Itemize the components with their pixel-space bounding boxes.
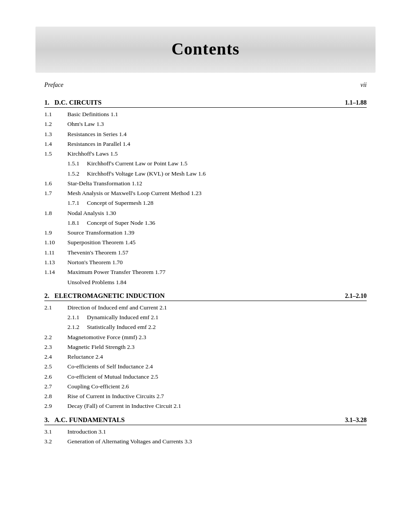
item-text: Thevenin's Theorem 1.57 xyxy=(67,248,367,258)
item-text: Magnetomotive Force (mmf) 2.3 xyxy=(67,332,367,342)
chapter-2-num: 2. xyxy=(44,292,53,299)
list-item: 1.1 Basic Definitions 1.1 xyxy=(44,110,367,119)
item-num: 1.7 xyxy=(44,188,67,198)
chapter-1-num: 1. xyxy=(44,99,53,106)
header-banner: Contents xyxy=(35,27,376,73)
item-text: Direction of Induced emf and Current 2.1 xyxy=(67,303,367,313)
list-item: 2.4 Reluctance 2.4 xyxy=(44,352,367,362)
list-item: 2.9 Decay (Fall) of Current in Inductive… xyxy=(44,401,367,411)
chapter-3-title-group: 3. A.C. FUNDAMENTALS xyxy=(44,416,125,424)
list-item: 1.10 Superposition Theorem 1.45 xyxy=(44,238,367,247)
item-text: Superposition Theorem 1.45 xyxy=(67,238,367,247)
chapter-2-header: 2. ELECTROMAGNETIC INDUCTION 2.1–2.10 xyxy=(44,292,367,301)
list-item: 2.5 Co-efficients of Self Inductance 2.4 xyxy=(44,362,367,372)
item-num: 1.6 xyxy=(44,179,67,188)
item-num: 1.5 xyxy=(44,149,67,159)
item-num: 1.8 xyxy=(44,208,67,218)
item-num: 1.13 xyxy=(44,258,67,267)
item-text: Decay (Fall) of Current in Inductive Cir… xyxy=(67,401,367,411)
item-num: 2.1 xyxy=(44,303,67,313)
list-item: 1.7.1 Concept of Supermesh 1.28 xyxy=(44,198,367,208)
item-text: Generation of Alternating Voltages and C… xyxy=(67,437,367,446)
chapter-1-title: D.C. CIRCUITS xyxy=(55,99,102,106)
list-item: 1.5.2 Kirchhoff's Voltage Law (KVL) or M… xyxy=(44,169,367,179)
chapter-3-num: 3. xyxy=(44,416,53,423)
list-item: 1.7 Mesh Analysis or Maxwell's Loop Curr… xyxy=(44,188,367,198)
item-text: Source Transformation 1.39 xyxy=(67,228,367,238)
item-num: 1.2 xyxy=(44,119,67,129)
list-item: 1.5 Kirchhoff's Laws 1.5 xyxy=(44,149,367,159)
chapter-1-range: 1.1–1.88 xyxy=(345,99,367,106)
item-num: 3.1 xyxy=(44,427,67,437)
list-item: 1.14 Maximum Power Transfer Theorem 1.77 xyxy=(44,267,367,277)
item-num: 2.9 xyxy=(44,401,67,411)
item-num: 1.4 xyxy=(44,139,67,149)
list-item: 1.5.1 Kirchhoff's Current Law or Point L… xyxy=(44,159,367,168)
item-num: 2.3 xyxy=(44,342,67,352)
item-text: Resistances in Parallel 1.4 xyxy=(67,139,367,149)
preface-line: Preface vii xyxy=(44,82,367,89)
item-text: Mesh Analysis or Maxwell's Loop Current … xyxy=(67,188,367,198)
item-text: Co-efficient of Mutual Inductance 2.5 xyxy=(67,372,367,382)
item-num: 2.2 xyxy=(44,332,67,342)
item-text: Kirchhoff's Current Law or Point Law 1.5 xyxy=(87,159,367,168)
item-text: Basic Definitions 1.1 xyxy=(67,110,367,119)
item-num: 2.8 xyxy=(44,391,67,401)
item-text: Kirchhoff's Laws 1.5 xyxy=(67,149,367,159)
item-num: 1.5.2 xyxy=(67,169,87,179)
item-text: Norton's Theorem 1.70 xyxy=(67,258,367,267)
list-item: 1.2 Ohm's Law 1.3 xyxy=(44,119,367,129)
list-item: Unsolved Problems 1.84 xyxy=(44,278,367,287)
list-item: 2.8 Rise of Current in Inductive Circuit… xyxy=(44,391,367,401)
chapter-3-section: 3. A.C. FUNDAMENTALS 3.1–3.28 3.1 Introd… xyxy=(44,416,367,447)
item-num: 1.7.1 xyxy=(67,198,87,208)
item-text: Concept of Supermesh 1.28 xyxy=(87,198,367,208)
chapter-3-header: 3. A.C. FUNDAMENTALS 3.1–3.28 xyxy=(44,416,367,425)
page: Contents Preface vii 1. D.C. CIRCUITS 1.… xyxy=(0,27,411,532)
list-item: 3.1 Introduction 3.1 xyxy=(44,427,367,437)
item-text: Coupling Co-efficient 2.6 xyxy=(67,382,367,391)
list-item: 1.3 Resistances in Series 1.4 xyxy=(44,129,367,139)
item-text: Nodal Analysis 1.30 xyxy=(67,208,367,218)
item-text: Reluctance 2.4 xyxy=(67,352,367,362)
item-num: 1.11 xyxy=(44,248,67,258)
item-num: 1.9 xyxy=(44,228,67,238)
item-text: Ohm's Law 1.3 xyxy=(67,119,367,129)
chapter-3-range: 3.1–3.28 xyxy=(345,417,367,424)
item-num: 2.7 xyxy=(44,382,67,391)
chapter-2-section: 2. ELECTROMAGNETIC INDUCTION 2.1–2.10 2.… xyxy=(44,292,367,411)
preface-page: vii xyxy=(360,82,367,89)
list-item: 1.8.1 Concept of Super Node 1.36 xyxy=(44,218,367,228)
item-text: Co-efficients of Self Inductance 2.4 xyxy=(67,362,367,372)
item-num: 1.1 xyxy=(44,110,67,119)
item-num: 2.6 xyxy=(44,372,67,382)
item-num: 1.14 xyxy=(44,267,67,277)
chapter-1-section: 1. D.C. CIRCUITS 1.1–1.88 1.1 Basic Defi… xyxy=(44,98,367,287)
item-num: 1.3 xyxy=(44,129,67,139)
list-item: 1.11 Thevenin's Theorem 1.57 xyxy=(44,248,367,258)
list-item: 1.9 Source Transformation 1.39 xyxy=(44,228,367,238)
list-item: 2.1.2 Statistically Induced emf 2.2 xyxy=(44,322,367,332)
list-item: 2.3 Magnetic Field Strength 2.3 xyxy=(44,342,367,352)
item-num: 2.4 xyxy=(44,352,67,362)
item-text: Rise of Current in Inductive Circuits 2.… xyxy=(67,391,367,401)
chapter-2-range: 2.1–2.10 xyxy=(345,293,367,300)
chapter-3-title: A.C. FUNDAMENTALS xyxy=(55,416,125,423)
item-text: Star-Delta Transformation 1.12 xyxy=(67,179,367,188)
chapter-2-title-group: 2. ELECTROMAGNETIC INDUCTION xyxy=(44,292,165,300)
item-num: 3.2 xyxy=(44,437,67,446)
list-item: 2.7 Coupling Co-efficient 2.6 xyxy=(44,382,367,391)
chapter-2-title: ELECTROMAGNETIC INDUCTION xyxy=(55,292,165,299)
content-area: Preface vii 1. D.C. CIRCUITS 1.1–1.88 1.… xyxy=(0,82,411,446)
list-item: 3.2 Generation of Alternating Voltages a… xyxy=(44,437,367,446)
item-num: 1.5.1 xyxy=(67,159,87,168)
list-item: 2.2 Magnetomotive Force (mmf) 2.3 xyxy=(44,332,367,342)
list-item: 1.4 Resistances in Parallel 1.4 xyxy=(44,139,367,149)
page-title: Contents xyxy=(35,39,376,59)
item-text: Maximum Power Transfer Theorem 1.77 xyxy=(67,267,367,277)
item-num: 2.1.1 xyxy=(67,313,87,322)
list-item: 1.8 Nodal Analysis 1.30 xyxy=(44,208,367,218)
list-item: 2.6 Co-efficient of Mutual Inductance 2.… xyxy=(44,372,367,382)
item-text: Kirchhoff's Voltage Law (KVL) or Mesh La… xyxy=(87,169,367,179)
item-text: Introduction 3.1 xyxy=(67,427,367,437)
